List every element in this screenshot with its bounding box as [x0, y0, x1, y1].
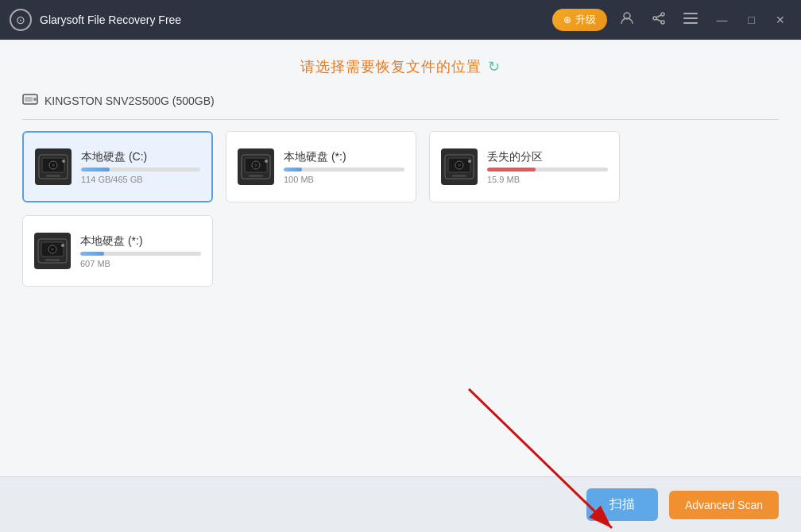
partition-bar-fill-2 — [487, 168, 536, 172]
svg-point-1 — [661, 13, 664, 16]
svg-point-27 — [458, 164, 461, 167]
svg-point-23 — [265, 160, 268, 163]
app-title: Glarysoft File Recovery Free — [40, 13, 552, 26]
maximize-icon: □ — [749, 13, 755, 26]
upgrade-label: 升级 — [575, 13, 596, 27]
refresh-button[interactable]: ↻ — [488, 58, 501, 75]
partition-bar-1 — [284, 168, 404, 172]
drive-name: KINGSTON SNV2S500G (500GB) — [44, 94, 215, 107]
app-icon-symbol: ⊙ — [16, 13, 25, 26]
partition-info-2: 丢失的分区15.9 MB — [487, 150, 608, 184]
partition-icon-3 — [34, 233, 71, 269]
maximize-button[interactable]: □ — [742, 11, 761, 29]
bottom-bar: 扫描 Advanced Scan — [0, 476, 801, 532]
svg-rect-6 — [683, 13, 698, 14]
drive-section: KINGSTON SNV2S500G (500GB) — [0, 84, 801, 119]
page-subtitle: 请选择需要恢复文件的位置 ↻ — [300, 57, 501, 76]
upgrade-button[interactable]: ⊕ 升级 — [552, 9, 607, 31]
partition-bar-3 — [80, 252, 201, 256]
partition-size-0: 114 GB/465 GB — [81, 175, 200, 184]
svg-point-3 — [661, 21, 664, 24]
svg-line-5 — [656, 19, 660, 21]
share-button[interactable] — [647, 8, 671, 32]
hamburger-icon — [683, 13, 698, 26]
partition-bar-fill-0 — [81, 168, 110, 172]
partition-size-3: 607 MB — [80, 259, 201, 268]
svg-rect-34 — [45, 259, 60, 261]
partition-name-0: 本地硬盘 (C:) — [81, 150, 200, 164]
svg-point-33 — [51, 248, 54, 251]
close-button[interactable]: ✕ — [769, 11, 791, 29]
partition-info-3: 本地硬盘 (*:)607 MB — [80, 234, 201, 268]
account-button[interactable] — [615, 8, 639, 32]
partition-icon-2 — [441, 148, 478, 185]
svg-point-35 — [61, 244, 64, 247]
close-icon: ✕ — [776, 13, 785, 26]
app-icon: ⊙ — [10, 9, 32, 31]
svg-point-11 — [33, 98, 37, 101]
svg-rect-28 — [452, 175, 466, 177]
svg-rect-7 — [683, 17, 698, 19]
partition-name-1: 本地硬盘 (*:) — [284, 150, 404, 164]
svg-point-17 — [62, 160, 65, 163]
main-content: 请选择需要恢复文件的位置 ↻ KINGSTON SNV2S500G (500GB… — [0, 40, 801, 532]
partition-size-1: 100 MB — [284, 175, 404, 184]
partition-info-0: 本地硬盘 (C:)114 GB/465 GB — [81, 150, 200, 184]
advanced-scan-button[interactable]: Advanced Scan — [669, 491, 779, 519]
drive-icon — [22, 92, 38, 110]
partition-size-2: 15.9 MB — [487, 175, 608, 184]
account-icon — [620, 14, 634, 28]
titlebar: ⊙ Glarysoft File Recovery Free ⊕ 升级 — [0, 0, 801, 40]
share-icon — [652, 14, 666, 28]
section-divider — [22, 119, 779, 120]
minimize-icon: — — [717, 13, 728, 26]
svg-rect-10 — [25, 97, 33, 102]
title-actions: ⊕ 升级 — [552, 8, 791, 32]
partition-card-2[interactable]: 丢失的分区15.9 MB — [429, 131, 620, 202]
scan-button[interactable]: 扫描 — [586, 488, 658, 521]
svg-rect-16 — [46, 175, 60, 177]
partition-bar-fill-1 — [284, 168, 302, 172]
partition-card-1[interactable]: 本地硬盘 (*:)100 MB — [226, 131, 416, 202]
partition-card-3[interactable]: 本地硬盘 (*:)607 MB — [22, 215, 213, 287]
drive-label: KINGSTON SNV2S500G (500GB) — [22, 92, 779, 110]
partition-bar-0 — [81, 168, 200, 172]
minimize-button[interactable]: — — [710, 11, 734, 29]
partition-grid: 本地硬盘 (C:)114 GB/465 GB 本地硬盘 (*:)100 MB 丢… — [0, 131, 801, 287]
menu-button[interactable] — [679, 10, 702, 30]
upgrade-icon: ⊕ — [563, 14, 571, 25]
partition-name-3: 本地硬盘 (*:) — [80, 234, 201, 249]
partition-info-1: 本地硬盘 (*:)100 MB — [284, 150, 404, 184]
svg-point-2 — [653, 17, 656, 20]
subtitle-text: 请选择需要恢复文件的位置 — [300, 57, 482, 76]
page-header: 请选择需要恢复文件的位置 ↻ — [0, 40, 801, 84]
svg-rect-22 — [249, 175, 263, 177]
partition-bar-fill-3 — [80, 252, 104, 256]
partition-card-0[interactable]: 本地硬盘 (C:)114 GB/465 GB — [22, 131, 213, 202]
partition-bar-2 — [487, 168, 608, 172]
svg-point-29 — [468, 160, 471, 163]
partition-icon-0 — [35, 148, 72, 185]
svg-point-15 — [52, 164, 55, 167]
svg-line-4 — [656, 15, 660, 17]
partition-icon-1 — [238, 148, 274, 185]
svg-rect-8 — [683, 22, 698, 24]
partition-name-2: 丢失的分区 — [487, 150, 608, 164]
svg-point-21 — [254, 164, 257, 167]
